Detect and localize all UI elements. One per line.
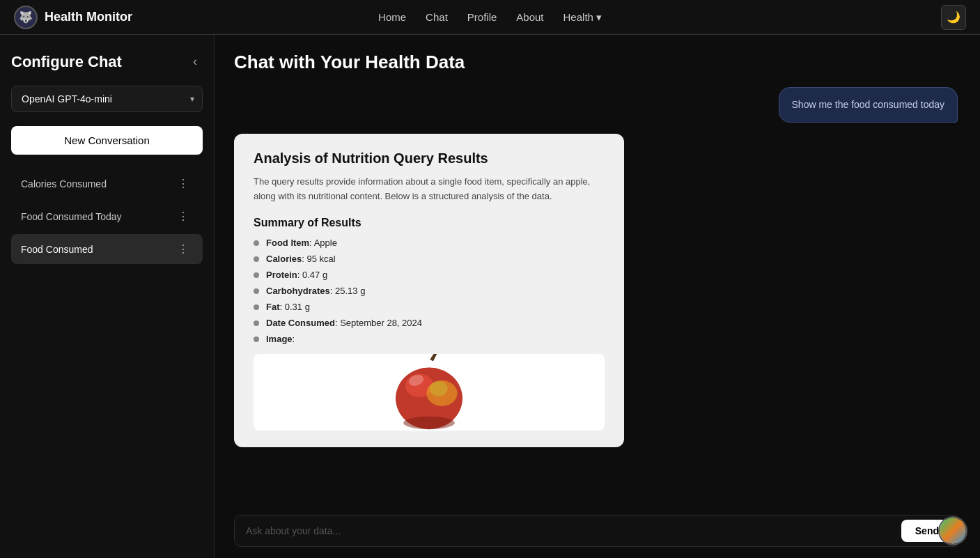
model-select-wrapper: OpenAI GPT-4o-mini OpenAI GPT-4o OpenAI … <box>11 86 203 112</box>
apple-image-container <box>254 354 605 431</box>
assistant-message-row: Analysis of Nutrition Query Results The … <box>234 134 958 447</box>
bullet-icon <box>254 240 259 246</box>
item-value: 95 kcal <box>307 254 336 264</box>
item-key: Carbohydrates <box>266 286 330 296</box>
list-item: Calories: 95 kcal <box>254 254 605 264</box>
navbar-nav: Home Chat Profile About Health ▾ <box>378 11 602 24</box>
nav-about[interactable]: About <box>516 11 543 23</box>
conversation-label: Calories Consumed <box>21 178 107 189</box>
sidebar: Configure Chat ‹ OpenAI GPT-4o-mini Open… <box>0 35 215 558</box>
conversation-item-calories[interactable]: Calories Consumed ⋮ <box>11 169 203 199</box>
list-item: Carbohydrates: 25.13 g <box>254 286 605 296</box>
user-message-text: Show me the food consumed today <box>792 99 944 110</box>
list-item: Protein: 0.47 g <box>254 270 605 280</box>
bullet-icon <box>254 336 259 342</box>
item-key: Food Item <box>266 238 309 248</box>
sidebar-title: Configure Chat <box>11 53 122 71</box>
list-item: Image: <box>254 334 605 344</box>
chat-messages: Show me the food consumed today Analysis… <box>234 87 960 505</box>
summary-title: Summary of Results <box>254 217 605 229</box>
collapse-button[interactable]: ‹ <box>187 52 203 72</box>
bullet-icon <box>254 256 259 262</box>
item-value: 0.47 g <box>302 270 327 280</box>
nav-health[interactable]: Health ▾ <box>563 11 602 24</box>
item-value: 0.31 g <box>285 302 310 312</box>
bullet-icon <box>254 320 259 326</box>
chat-area: Chat with Your Health Data Show me the f… <box>215 35 980 558</box>
avatar[interactable] <box>938 516 967 545</box>
avatar-image <box>940 518 966 544</box>
svg-point-3 <box>430 381 448 396</box>
model-select[interactable]: OpenAI GPT-4o-mini OpenAI GPT-4o OpenAI … <box>11 86 203 112</box>
new-conversation-button[interactable]: New Conversation <box>11 126 203 155</box>
conversation-menu-button[interactable]: ⋮ <box>173 241 193 257</box>
nav-chat[interactable]: Chat <box>426 11 448 23</box>
chevron-down-icon: ▾ <box>596 11 602 24</box>
chat-title: Chat with Your Health Data <box>234 52 960 73</box>
item-value: 25.13 g <box>335 286 365 296</box>
bullet-icon <box>254 288 259 294</box>
user-message-bubble: Show me the food consumed today <box>779 87 958 123</box>
item-value: September 28, 2024 <box>340 318 422 328</box>
user-message-row: Show me the food consumed today <box>234 87 958 123</box>
nav-profile[interactable]: Profile <box>467 11 497 23</box>
brand-title: Health Monitor <box>45 10 132 24</box>
chat-input-row: Send <box>234 515 960 547</box>
bullet-icon <box>254 304 259 310</box>
dark-mode-button[interactable]: 🌙 <box>941 5 966 30</box>
bullet-icon <box>254 272 259 278</box>
main-layout: Configure Chat ‹ OpenAI GPT-4o-mini Open… <box>0 35 980 558</box>
list-item: Fat: 0.31 g <box>254 302 605 312</box>
moon-icon: 🌙 <box>947 10 960 24</box>
navbar: 🐺 Health Monitor Home Chat Profile About… <box>0 0 980 35</box>
collapse-icon: ‹ <box>193 54 197 68</box>
item-key: Protein <box>266 270 297 280</box>
svg-point-4 <box>403 416 455 428</box>
item-value: Apple <box>314 238 337 248</box>
conversation-menu-button[interactable]: ⋮ <box>173 208 193 224</box>
navbar-right: 🌙 <box>941 5 966 30</box>
summary-list: Food Item: Apple Calories: 95 kcal Prote… <box>254 238 605 344</box>
item-key: Image <box>266 334 293 344</box>
assistant-card-desc: The query results provide information ab… <box>254 175 605 204</box>
list-item: Date Consumed: September 28, 2024 <box>254 318 605 328</box>
assistant-card-title: Analysis of Nutrition Query Results <box>254 150 605 166</box>
conversation-list: Calories Consumed ⋮ Food Consumed Today … <box>11 169 203 264</box>
conversation-label: Food Consumed Today <box>21 211 122 222</box>
conversation-menu-button[interactable]: ⋮ <box>173 176 193 192</box>
sidebar-header: Configure Chat ‹ <box>11 52 203 72</box>
conversation-item-food-today[interactable]: Food Consumed Today ⋮ <box>11 201 203 231</box>
item-key: Calories <box>266 254 302 264</box>
brand-icon: 🐺 <box>14 6 38 29</box>
apple-illustration <box>380 354 478 431</box>
assistant-message-card: Analysis of Nutrition Query Results The … <box>234 134 624 447</box>
chat-input[interactable] <box>246 520 894 542</box>
brand: 🐺 Health Monitor <box>14 6 132 29</box>
list-item: Food Item: Apple <box>254 238 605 248</box>
conversation-item-food[interactable]: Food Consumed ⋮ <box>11 234 203 264</box>
nav-home[interactable]: Home <box>378 11 406 23</box>
conversation-label: Food Consumed <box>21 244 93 255</box>
item-key: Fat <box>266 302 280 312</box>
item-key: Date Consumed <box>266 318 335 328</box>
